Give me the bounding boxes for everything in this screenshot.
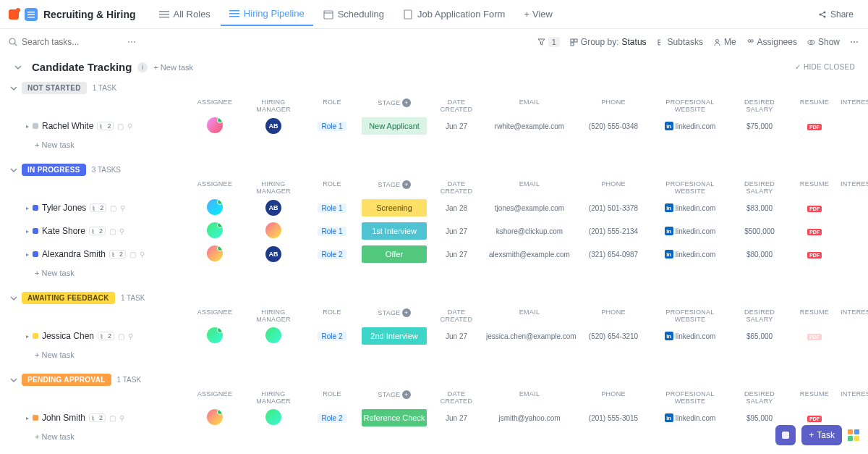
column-header[interactable]: STAGE+ <box>362 390 427 405</box>
tab-hiring-pipeline[interactable]: Hiring Pipeline <box>221 2 313 26</box>
avatar[interactable] <box>265 327 281 343</box>
role-chip[interactable]: Role 1 <box>318 122 347 131</box>
collapse-icon[interactable] <box>9 165 19 175</box>
email-cell[interactable]: tjones@example.com <box>486 204 573 212</box>
column-header[interactable]: PROFESIONAL WEBSITE <box>654 98 726 113</box>
column-header[interactable]: DATE CREATED <box>431 180 482 195</box>
column-header[interactable]: PHONE <box>577 180 650 195</box>
column-header[interactable]: EMAIL <box>486 390 573 405</box>
column-header[interactable]: HIRING MANAGER <box>244 98 302 113</box>
column-header[interactable]: DATE CREATED <box>431 98 482 113</box>
website-cell[interactable]: inlinkedin.com <box>654 203 726 212</box>
column-header[interactable]: PROFESIONAL WEBSITE <box>654 390 726 405</box>
email-cell[interactable]: kshore@clickup.com <box>486 227 573 235</box>
website-cell[interactable]: inlinkedin.com <box>654 122 726 130</box>
stage-cell[interactable]: Reference Check <box>362 409 427 426</box>
hide-closed-button[interactable]: ✓ HIDE CLOSED <box>795 63 855 71</box>
subtask-badge[interactable]: 2 <box>89 227 106 235</box>
resume-cell[interactable]: PDF <box>793 203 836 212</box>
column-header[interactable]: STAGE+ <box>362 98 427 113</box>
column-header[interactable]: PROFESIONAL WEBSITE <box>654 308 726 323</box>
avatar[interactable] <box>265 409 281 425</box>
task-row[interactable]: ▸ Tyler Jones 2 ▢ ⚲ AB Role 1 Screening … <box>9 196 859 219</box>
status-chip[interactable]: IN PROGRESS <box>22 164 86 176</box>
role-chip[interactable]: Role 2 <box>318 332 347 341</box>
website-cell[interactable]: inlinkedin.com <box>654 250 726 258</box>
search-options-icon[interactable]: ⋯ <box>127 37 136 47</box>
assignee-avatar[interactable] <box>207 117 223 133</box>
subtask-badge[interactable]: 2 <box>89 413 106 422</box>
attachment-icon[interactable]: ⚲ <box>120 204 125 212</box>
collapse-icon[interactable] <box>13 62 23 72</box>
column-header[interactable]: DESIRED SALARY <box>731 390 788 405</box>
column-header[interactable]: EMAIL <box>486 98 573 113</box>
collapse-icon[interactable] <box>9 375 19 385</box>
column-header[interactable]: INTEREST <box>841 180 868 195</box>
expand-icon[interactable]: ▸ <box>26 333 29 340</box>
status-chip[interactable]: PENDING APPROVAL <box>22 374 111 386</box>
more-icon[interactable]: ⋯ <box>850 37 859 47</box>
task-row[interactable]: ▸ Alexandra Smith 2 ▢ ⚲ AB Role 2 Offer … <box>9 243 859 266</box>
column-header[interactable]: INTEREST <box>841 98 868 113</box>
column-header[interactable]: STAGE+ <box>362 308 427 323</box>
column-header[interactable]: ASSIGNEE <box>190 308 240 323</box>
note-icon[interactable]: ▢ <box>110 204 116 212</box>
search-input[interactable] <box>22 37 123 47</box>
note-icon[interactable]: ▢ <box>109 227 116 235</box>
role-chip[interactable]: Role 1 <box>318 227 347 236</box>
task-row[interactable]: ▸ Jessica Chen 2 ▢ ⚲ Role 2 2nd Intervie… <box>9 324 859 348</box>
status-chip[interactable]: NOT STARTED <box>22 82 87 94</box>
collapse-icon[interactable] <box>9 293 19 303</box>
note-icon[interactable]: ▢ <box>109 414 116 422</box>
list-icon[interactable] <box>25 8 38 21</box>
avatar[interactable]: AB <box>265 118 281 134</box>
column-header[interactable]: DATE CREATED <box>431 308 482 323</box>
assignee-avatar[interactable] <box>207 222 223 238</box>
column-header[interactable]: PHONE <box>577 390 650 405</box>
column-header[interactable]: HIRING MANAGER <box>244 390 302 405</box>
avatar[interactable] <box>265 222 281 238</box>
column-header[interactable]: ROLE <box>307 308 357 323</box>
new-task-floating-button[interactable]: + Task <box>801 425 842 445</box>
subtask-badge[interactable]: 2 <box>90 203 106 212</box>
resume-cell[interactable]: PDF <box>793 332 836 340</box>
column-header[interactable]: RESUME <box>793 98 836 113</box>
column-header[interactable]: DESIRED SALARY <box>731 308 788 323</box>
resume-cell[interactable]: PDF <box>793 250 836 258</box>
filter-button[interactable]: 1 <box>537 37 560 47</box>
column-header[interactable]: DESIRED SALARY <box>731 180 788 195</box>
website-cell[interactable]: inlinkedin.com <box>654 413 726 422</box>
column-header[interactable]: INTEREST <box>841 390 868 405</box>
column-header[interactable]: INTEREST <box>841 308 868 323</box>
expand-icon[interactable]: ▸ <box>26 415 29 421</box>
attachment-icon[interactable]: ⚲ <box>140 251 145 258</box>
assignee-avatar[interactable] <box>207 327 223 343</box>
stage-cell[interactable]: Screening <box>362 199 427 217</box>
column-header[interactable]: RESUME <box>793 390 836 405</box>
column-header[interactable]: ASSIGNEE <box>190 98 240 113</box>
resume-cell[interactable]: PDF <box>793 122 836 130</box>
website-cell[interactable]: inlinkedin.com <box>654 332 726 340</box>
attachment-icon[interactable]: ⚲ <box>119 227 124 235</box>
stage-cell[interactable]: Offer <box>362 245 427 263</box>
add-view-button[interactable]: + View <box>515 2 561 26</box>
add-stage-icon[interactable]: + <box>402 390 411 399</box>
task-row[interactable]: ▸ John Smith 2 ▢ ⚲ Role 2 Reference Chec… <box>9 406 859 429</box>
task-row[interactable]: ▸ Kate Shore 2 ▢ ⚲ Role 1 1st Interview … <box>9 219 859 243</box>
column-header[interactable]: ASSIGNEE <box>190 180 240 195</box>
expand-icon[interactable]: ▸ <box>26 205 29 211</box>
new-task-row[interactable]: + New task <box>9 348 859 362</box>
role-chip[interactable]: Role 2 <box>318 250 347 259</box>
new-task-button[interactable]: + New task <box>153 63 193 72</box>
resume-cell[interactable]: PDF <box>793 413 836 422</box>
column-header[interactable]: ROLE <box>307 390 357 405</box>
role-chip[interactable]: Role 1 <box>318 203 347 213</box>
email-cell[interactable]: jessica.chen@example.com <box>486 332 573 340</box>
role-chip[interactable]: Role 2 <box>318 413 347 423</box>
expand-icon[interactable]: ▸ <box>26 228 29 235</box>
subtask-badge[interactable]: 2 <box>98 332 114 340</box>
expand-icon[interactable]: ▸ <box>26 123 29 130</box>
task-row[interactable]: ▸ Rachel White 2 ▢ ⚲ AB Role 1 New Appli… <box>9 114 859 138</box>
subtask-badge[interactable]: 2 <box>97 122 114 130</box>
stage-cell[interactable]: 2nd Interview <box>362 327 427 345</box>
